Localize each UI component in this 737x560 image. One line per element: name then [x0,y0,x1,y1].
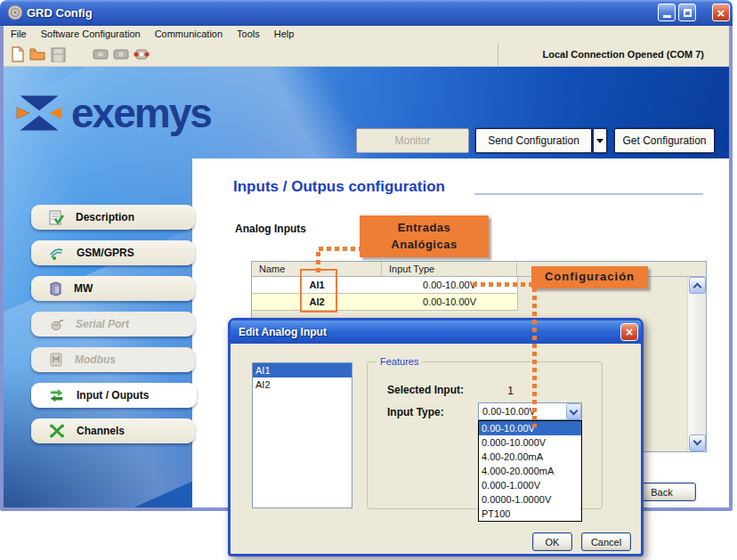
analog-inputs-label: Analog Inputs [235,223,306,235]
input-type-combobox[interactable]: 0.00-10.00V [478,402,582,420]
input-outputs-icon [49,388,65,402]
app-icon [7,4,23,20]
annotation-dotted-line [532,288,537,427]
list-item-ai1[interactable]: AI1 [253,363,352,377]
dialog-close-button[interactable]: × [620,323,638,341]
edit-analog-input-dialog: Edit Analog Input × AI1 AI2 Features Sel… [228,318,644,556]
send-configuration-button[interactable]: Send Configuration [475,128,592,153]
menu-help[interactable]: Help [267,26,302,43]
chevron-down-icon [570,407,579,416]
sidebar-item-label: GSM/GPRS [77,247,134,259]
open-folder-icon[interactable] [29,46,46,63]
callout-text: Analógicas [391,237,457,254]
combobox-value: 0.00-10.00V [482,406,536,417]
connection-status-panel: Local Connection Opened (COM 7) [498,43,729,66]
dropdown-option[interactable]: 4.000-20.000mA [479,464,581,478]
new-file-icon[interactable] [9,46,26,63]
sidebar-item-description[interactable]: Description [31,205,195,230]
exemys-logo-text: exemys [71,93,211,134]
cancel-button[interactable]: Cancel [581,532,631,551]
sidebar-item-label: Description [76,211,134,223]
toolbar-separator [70,54,92,55]
channels-icon [49,424,65,438]
exemys-logo-icon [14,92,64,134]
menu-tools[interactable]: Tools [230,26,267,43]
minimize-icon [663,15,671,18]
scroll-up-button[interactable] [689,277,706,294]
chevron-up-icon [693,283,702,292]
sidebar-item-mw[interactable]: MW [31,276,195,301]
dialog-title-bar[interactable]: Edit Analog Input [231,321,641,344]
dropdown-arrow-icon [596,139,603,143]
dropdown-option[interactable]: 0.0000-1.0000V [479,492,581,507]
heading-rule [474,193,703,195]
callout-configuracion: Configuración [531,266,648,288]
sidebar-item-label: Input / Ouputs [77,389,149,402]
annotation-dotted-line [473,282,531,287]
input-type-label: Input Type: [387,406,444,418]
sidebar-item-label: MW [74,282,93,295]
features-label: Features [377,356,422,367]
connection-status: Local Connection Opened (COM 7) [499,49,729,60]
modbus-icon [49,353,63,367]
table-row[interactable]: AI2 0.00-10.00V [252,294,518,311]
sidebar-item-input-outputs[interactable]: Input / Ouputs [31,383,197,408]
sidebar-item-modbus: Modbus [31,347,195,372]
annotation-highlight-rect [300,269,337,312]
ok-button[interactable]: OK [532,532,572,551]
close-icon: × [626,325,633,339]
sidebar-item-label: Modbus [75,353,116,366]
callout-entradas-analogicas: Entradas Analógicas [360,215,489,257]
device-write-icon[interactable] [112,46,129,63]
dialog-title: Edit Analog Input [239,326,327,338]
sidebar-item-label: Serial Port [76,318,129,330]
dropdown-option[interactable]: PT100 [479,507,581,521]
sidebar-item-serial-port: Serial Port [31,312,195,337]
get-configuration-button[interactable]: Get Configuration [614,128,715,153]
sidebar-item-label: Channels [77,425,125,437]
sidebar-item-channels[interactable]: Channels [31,418,195,443]
mw-device-icon [49,281,62,296]
dropdown-option[interactable]: 0.000-1.000V [479,478,581,492]
send-configuration-dropdown-button[interactable] [593,128,607,153]
minimize-button[interactable] [658,4,676,21]
scroll-down-button[interactable] [689,434,706,451]
application-window: GRD Config × File Software Configuration… [0,0,737,560]
device-read-icon[interactable] [92,46,109,63]
menu-software-configuration[interactable]: Software Configuration [34,26,148,43]
analog-input-list[interactable]: AI1 AI2 [252,362,352,508]
gsm-signal-icon [49,246,65,260]
table-scrollbar[interactable] [687,277,706,451]
menu-bar: File Software Configuration Communicatio… [4,26,729,43]
close-icon: × [717,6,725,20]
toolbar: Local Connection Opened (COM 7) [4,43,729,67]
menu-file[interactable]: File [4,26,34,43]
page-title: Inputs / Outpus configuration [233,178,445,196]
dropdown-option[interactable]: 0.00-10.00V [479,421,581,435]
maximize-button[interactable] [678,4,696,21]
window-title: GRD Config [27,6,93,20]
dropdown-option[interactable]: 4.00-20.00mA [479,450,581,464]
column-header-input-type[interactable]: Input Type [382,262,517,276]
callout-text: Entradas [398,220,451,237]
menu-communication[interactable]: Communication [148,26,230,43]
maximize-icon [684,9,692,17]
input-type-dropdown-list[interactable]: 0.00-10.00V 0.000-10.000V 4.00-20.00mA 4… [478,420,582,522]
brand-logo: exemys [14,92,211,134]
callout-text: Configuración [545,269,635,286]
annotation-dotted-line [319,247,360,251]
selected-input-label: Selected Input: [387,384,464,396]
list-item-ai2[interactable]: AI2 [253,377,352,392]
cell-input-type[interactable]: 0.00-10.00V [382,294,517,310]
title-bar[interactable]: GRD Config × [0,0,733,26]
combobox-dropdown-button[interactable] [566,403,581,419]
selected-input-value: 1 [498,385,514,397]
sidebar-item-gsm-gprs[interactable]: GSM/GPRS [31,240,195,265]
connection-icon[interactable] [133,46,150,63]
dropdown-option[interactable]: 0.000-10.000V [479,435,581,450]
chevron-down-icon [693,437,702,446]
description-icon [49,210,64,225]
monitor-button[interactable]: Monitor [356,128,469,153]
close-button[interactable]: × [712,4,730,21]
save-icon[interactable] [50,46,67,63]
